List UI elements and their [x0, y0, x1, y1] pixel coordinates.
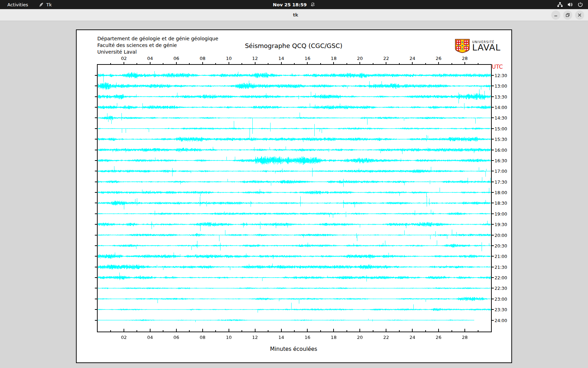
logo-laval-text: LAVAL [472, 44, 501, 52]
trace-tick-right [492, 245, 494, 246]
trace-tick-right [492, 128, 494, 129]
x-axis-label-bottom: 16 [304, 335, 310, 340]
x-minor-tick-top [136, 63, 137, 64]
utc-time-label: 24:00 [495, 318, 507, 323]
system-status-area[interactable] [557, 0, 588, 9]
x-minor-tick-top [163, 63, 163, 64]
x-axis-label-bottom: 22 [383, 335, 389, 340]
utc-time-label: 20:30 [495, 243, 507, 248]
x-minor-tick-top [241, 63, 242, 64]
x-major-tick-top [255, 62, 255, 64]
x-major-tick-bottom [438, 329, 439, 332]
x-minor-tick-bottom [189, 330, 190, 332]
x-axis-label-bottom: 20 [357, 335, 363, 340]
trace-tick-left [95, 277, 97, 278]
trace-tick-left [95, 213, 97, 214]
utc-time-label: 19:30 [495, 222, 507, 227]
x-major-tick-bottom [464, 329, 465, 332]
utc-time-label: 21:00 [495, 254, 507, 259]
trace-tick-right [492, 192, 494, 193]
activities-button[interactable]: Activities [6, 2, 29, 7]
x-major-tick-top [281, 62, 282, 64]
trace-tick-left [95, 96, 97, 97]
plot-title: Séismographe QCQ (CGC/GSC) [97, 42, 490, 49]
trace-tick-left [95, 86, 97, 86]
trace-tick-left [95, 235, 97, 236]
trace-tick-left [95, 117, 97, 118]
trace-tick-right [492, 213, 494, 214]
maximize-icon [566, 13, 570, 17]
header-line3: Université Laval [97, 49, 137, 55]
minimize-button[interactable] [551, 11, 560, 20]
universite-laval-logo: UNIVERSITÉ LAVAL [455, 39, 501, 54]
x-major-tick-bottom [333, 329, 334, 332]
x-minor-tick-top [346, 63, 347, 64]
tk-window-background: Département de géologie et de génie géol… [0, 21, 588, 368]
trace-tick-left [95, 128, 97, 129]
maximize-button[interactable] [563, 11, 572, 20]
x-major-tick-bottom [124, 329, 124, 332]
utc-time-label: 18:00 [495, 190, 507, 195]
utc-time-label: 13:30 [495, 94, 507, 99]
seismograph-canvas-frame: Département de géologie et de génie géol… [76, 29, 512, 363]
header-line1: Département de géologie et de génie géol… [97, 36, 218, 41]
x-minor-tick-bottom [110, 330, 111, 332]
x-minor-tick-top [320, 63, 321, 64]
trace-tick-right [492, 171, 494, 171]
trace-tick-left [95, 267, 97, 267]
x-axis-label-top: 10 [226, 56, 232, 61]
x-axis-label-top: 08 [200, 56, 205, 61]
x-minor-tick-top [373, 63, 373, 64]
utc-time-label: 22:30 [495, 286, 507, 291]
trace-tick-right [492, 235, 494, 236]
trace-tick-left [95, 160, 97, 161]
x-axis-label-top: 16 [304, 56, 310, 61]
trace-tick-right [492, 299, 494, 299]
x-axis-label-bottom: 12 [252, 335, 258, 340]
laval-shield-icon [455, 39, 470, 54]
x-axis-label-bottom: 14 [278, 335, 284, 340]
bell-muted-icon [310, 2, 315, 7]
utc-time-label: 19:00 [495, 211, 507, 216]
trace-tick-right [492, 86, 494, 86]
x-axis-label-top: 28 [462, 56, 468, 61]
utc-time-label: 13:00 [495, 83, 507, 89]
x-minor-tick-bottom [425, 330, 426, 332]
utc-time-label: 20:00 [495, 232, 507, 238]
close-icon [578, 13, 582, 17]
x-axis-label-top: 26 [436, 56, 442, 61]
x-axis-title: Minutes écoulées [97, 346, 490, 352]
x-axis-label-top: 04 [147, 56, 153, 61]
x-axis-label-top: 06 [174, 56, 180, 61]
x-axis-label-bottom: 28 [462, 335, 468, 340]
x-major-tick-bottom [176, 329, 177, 332]
trace-tick-right [492, 160, 494, 161]
trace-tick-right [492, 309, 494, 310]
x-minor-tick-bottom [241, 330, 242, 332]
close-button[interactable] [575, 11, 584, 20]
x-axis-label-bottom: 04 [147, 335, 153, 340]
trace-tick-left [95, 171, 97, 171]
x-major-tick-top [202, 62, 203, 64]
x-major-tick-bottom [386, 329, 386, 332]
x-minor-tick-top [451, 63, 452, 64]
window-title-bar[interactable]: tk [0, 9, 588, 21]
x-minor-tick-top [399, 63, 400, 64]
x-major-tick-top [176, 62, 177, 64]
trace-tick-right [492, 224, 494, 225]
trace-tick-left [95, 288, 97, 288]
app-menu[interactable]: Tk [38, 2, 51, 7]
x-minor-tick-bottom [294, 330, 295, 332]
clock-menu[interactable]: Nov 25 18:59 [273, 2, 315, 7]
x-minor-tick-bottom [478, 330, 478, 332]
x-axis-label-top: 02 [121, 56, 127, 61]
x-axis-label-bottom: 18 [331, 335, 337, 340]
trace-tick-right [492, 96, 494, 97]
x-axis-label-top: 22 [383, 56, 389, 61]
speaker-volume-icon [567, 2, 573, 7]
x-axis-label-bottom: 06 [174, 335, 180, 340]
x-axis-label-top: 18 [331, 56, 337, 61]
x-minor-tick-top [189, 63, 190, 64]
trace-tick-right [492, 107, 494, 108]
x-major-tick-bottom [229, 329, 229, 332]
